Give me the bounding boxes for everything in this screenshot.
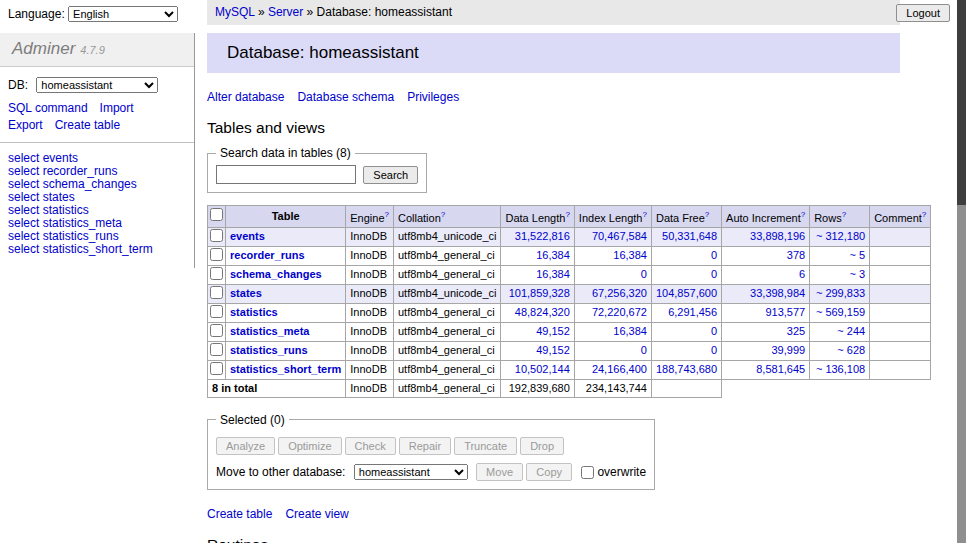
data-free-link[interactable]: 104,857,600 bbox=[656, 287, 717, 299]
app-version: 4.7.9 bbox=[80, 44, 104, 56]
index-length-link[interactable]: 70,467,584 bbox=[592, 230, 647, 242]
data-length-link[interactable]: 16,384 bbox=[536, 268, 570, 280]
sidebar-action-link[interactable]: Export bbox=[8, 118, 43, 132]
rows-link[interactable]: ~ 312,180 bbox=[816, 230, 865, 242]
data-free-link[interactable]: 0 bbox=[711, 344, 717, 356]
table-name-link[interactable]: statistics_meta bbox=[230, 325, 310, 337]
move-db-select[interactable]: homeassistant bbox=[354, 464, 468, 480]
row-checkbox[interactable] bbox=[210, 362, 223, 375]
app-logo[interactable]: Adminer bbox=[12, 39, 75, 58]
index-length-link[interactable]: 0 bbox=[641, 268, 647, 280]
data-length-link[interactable]: 49,152 bbox=[536, 325, 570, 337]
data-free-link[interactable]: 188,743,680 bbox=[656, 363, 717, 375]
repair-button[interactable]: Repair bbox=[399, 437, 451, 455]
row-checkbox[interactable] bbox=[210, 305, 223, 318]
auto-increment-link[interactable]: 325 bbox=[787, 325, 805, 337]
rows-link[interactable]: ~ 3 bbox=[850, 268, 866, 280]
copy-button[interactable]: Copy bbox=[526, 463, 572, 481]
index-length-link[interactable]: 24,166,400 bbox=[592, 363, 647, 375]
breadcrumb-link[interactable]: Server bbox=[268, 5, 303, 19]
engine-cell: InnoDB bbox=[346, 246, 394, 265]
help-link[interactable]: ? bbox=[565, 210, 569, 219]
data-free-link[interactable]: 0 bbox=[711, 325, 717, 337]
table-name-link[interactable]: statistics_runs bbox=[230, 344, 308, 356]
db-select[interactable]: homeassistant bbox=[36, 77, 158, 93]
row-checkbox[interactable] bbox=[210, 286, 223, 299]
action-link[interactable]: Create table bbox=[207, 507, 272, 521]
help-link[interactable]: ? bbox=[642, 210, 646, 219]
rows-link[interactable]: ~ 5 bbox=[850, 249, 866, 261]
help-link[interactable]: ? bbox=[705, 210, 709, 219]
data-length-link[interactable]: 16,384 bbox=[536, 249, 570, 261]
data-length-link[interactable]: 48,824,320 bbox=[515, 306, 570, 318]
scrollbar[interactable] bbox=[957, 0, 966, 543]
optimize-button[interactable]: Optimize bbox=[278, 437, 341, 455]
data-free-link[interactable]: 0 bbox=[711, 249, 717, 261]
row-checkbox[interactable] bbox=[210, 248, 223, 261]
sidebar-action-link[interactable]: Import bbox=[100, 101, 134, 115]
select-all-checkbox[interactable] bbox=[210, 208, 223, 221]
logout-button[interactable]: Logout bbox=[896, 4, 950, 22]
check-button[interactable]: Check bbox=[345, 437, 396, 455]
data-length-cell: 10,502,144 bbox=[501, 360, 574, 379]
table-name-link[interactable]: recorder_runs bbox=[230, 249, 305, 261]
analyze-button[interactable]: Analyze bbox=[216, 437, 275, 455]
scrollbar-thumb[interactable] bbox=[957, 0, 966, 205]
data-free-link[interactable]: 50,331,648 bbox=[662, 230, 717, 242]
auto-increment-link[interactable]: 33,398,984 bbox=[750, 287, 805, 299]
help-link[interactable]: ? bbox=[385, 210, 389, 219]
index-length-cell: 67,256,320 bbox=[574, 284, 651, 303]
action-link[interactable]: Privileges bbox=[407, 90, 459, 104]
data-free-link[interactable]: 0 bbox=[711, 268, 717, 280]
move-button[interactable]: Move bbox=[476, 463, 523, 481]
auto-increment-link[interactable]: 6 bbox=[799, 268, 805, 280]
data-free-link[interactable]: 6,291,456 bbox=[668, 306, 717, 318]
auto-increment-link[interactable]: 8,581,645 bbox=[756, 363, 805, 375]
overwrite-checkbox[interactable] bbox=[581, 466, 594, 479]
action-link[interactable]: Create view bbox=[285, 507, 348, 521]
rows-link[interactable]: ~ 299,833 bbox=[816, 287, 865, 299]
auto-increment-link[interactable]: 39,999 bbox=[772, 344, 806, 356]
table-name-link[interactable]: schema_changes bbox=[230, 268, 322, 280]
drop-button[interactable]: Drop bbox=[520, 437, 564, 455]
rows-link[interactable]: ~ 628 bbox=[837, 344, 865, 356]
search-button[interactable]: Search bbox=[363, 166, 418, 184]
index-length-link[interactable]: 67,256,320 bbox=[592, 287, 647, 299]
help-link[interactable]: ? bbox=[801, 210, 805, 219]
index-length-link[interactable]: 16,384 bbox=[613, 325, 647, 337]
help-link[interactable]: ? bbox=[922, 210, 926, 219]
rows-link[interactable]: ~ 136,108 bbox=[816, 363, 865, 375]
auto-increment-link[interactable]: 913,577 bbox=[765, 306, 805, 318]
table-name-link[interactable]: states bbox=[230, 287, 262, 299]
row-checkbox[interactable] bbox=[210, 343, 223, 356]
row-checkbox[interactable] bbox=[210, 229, 223, 242]
rows-link[interactable]: ~ 244 bbox=[837, 325, 865, 337]
table-name-link[interactable]: events bbox=[230, 230, 265, 242]
action-link[interactable]: Alter database bbox=[207, 90, 284, 104]
auto-increment-link[interactable]: 33,898,196 bbox=[750, 230, 805, 242]
language-select[interactable]: English bbox=[68, 6, 178, 22]
help-link[interactable]: ? bbox=[842, 210, 846, 219]
table-name-link[interactable]: statistics_short_term bbox=[230, 363, 341, 375]
sidebar-action-link[interactable]: SQL command bbox=[8, 101, 88, 115]
breadcrumb-link[interactable]: MySQL bbox=[215, 5, 255, 19]
auto-increment-link[interactable]: 378 bbox=[787, 249, 805, 261]
search-input[interactable] bbox=[216, 165, 356, 184]
truncate-button[interactable]: Truncate bbox=[454, 437, 517, 455]
sidebar-table-link[interactable]: select statistics_short_term bbox=[8, 243, 186, 256]
help-link[interactable]: ? bbox=[441, 210, 445, 219]
data-length-link[interactable]: 101,859,328 bbox=[509, 287, 570, 299]
data-length-link[interactable]: 31,522,816 bbox=[515, 230, 570, 242]
table-name-link[interactable]: statistics bbox=[230, 306, 278, 318]
index-length-link[interactable]: 0 bbox=[641, 344, 647, 356]
row-checkbox[interactable] bbox=[210, 267, 223, 280]
index-length-link[interactable]: 16,384 bbox=[613, 249, 647, 261]
action-link[interactable]: Database schema bbox=[297, 90, 394, 104]
sidebar-action-link[interactable]: Create table bbox=[55, 118, 120, 132]
rows-link[interactable]: ~ 569,159 bbox=[816, 306, 865, 318]
data-length-link[interactable]: 10,502,144 bbox=[515, 363, 570, 375]
data-length-link[interactable]: 49,152 bbox=[536, 344, 570, 356]
total-engine: InnoDB bbox=[346, 379, 394, 397]
row-checkbox[interactable] bbox=[210, 324, 223, 337]
index-length-link[interactable]: 72,220,672 bbox=[592, 306, 647, 318]
